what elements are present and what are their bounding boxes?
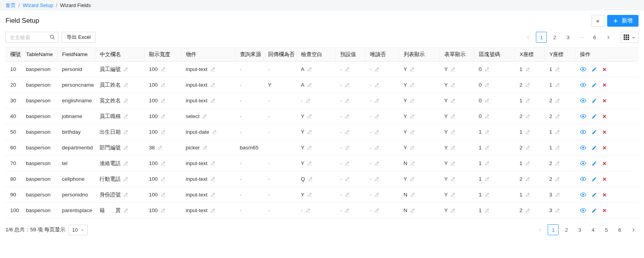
column-settings-button[interactable] (620, 32, 639, 43)
cell-edit-pencil-icon[interactable] (345, 176, 350, 182)
cell-edit-pencil-icon[interactable] (450, 161, 456, 166)
delete-icon[interactable] (602, 83, 607, 87)
delete-icon[interactable] (602, 208, 607, 213)
cell-edit-pencil-icon[interactable] (374, 208, 380, 213)
cell-edit-pencil-icon[interactable] (210, 98, 215, 103)
cell-edit-pencil-icon[interactable] (202, 114, 207, 119)
view-icon[interactable] (580, 66, 586, 73)
cell-edit-pencil-icon[interactable] (307, 161, 312, 166)
cell-edit-pencil-icon[interactable] (555, 176, 560, 182)
cell-edit-pencil-icon[interactable] (485, 161, 490, 166)
edit-icon[interactable] (592, 192, 597, 198)
delete-icon[interactable] (602, 145, 607, 150)
edit-icon[interactable] (592, 129, 597, 135)
view-icon[interactable] (580, 129, 586, 135)
cell-edit-pencil-icon[interactable] (410, 208, 415, 213)
cell-edit-pencil-icon[interactable] (307, 145, 312, 150)
cell-edit-pencil-icon[interactable] (374, 145, 380, 150)
cell-edit-pencil-icon[interactable] (345, 192, 350, 197)
page-button-6[interactable]: 6 (614, 224, 625, 235)
cell-edit-pencil-icon[interactable] (307, 192, 312, 197)
cell-edit-pencil-icon[interactable] (345, 82, 350, 87)
page-button-3[interactable]: 3 (563, 32, 573, 43)
edit-icon[interactable] (592, 67, 597, 72)
edit-icon[interactable] (592, 114, 597, 119)
edit-icon[interactable] (592, 98, 597, 104)
cell-edit-pencil-icon[interactable] (210, 82, 215, 87)
view-icon[interactable] (580, 113, 586, 120)
delete-icon[interactable] (602, 67, 607, 72)
edit-icon[interactable] (592, 82, 597, 88)
cell-edit-pencil-icon[interactable] (450, 67, 456, 72)
cell-edit-pencil-icon[interactable] (485, 67, 490, 72)
cell-edit-pencil-icon[interactable] (525, 129, 530, 134)
cell-edit-pencil-icon[interactable] (450, 82, 456, 87)
cell-edit-pencil-icon[interactable] (450, 114, 456, 119)
view-icon[interactable] (580, 97, 586, 104)
cell-edit-pencil-icon[interactable] (210, 176, 215, 182)
cell-edit-pencil-icon[interactable] (525, 208, 530, 213)
cell-edit-pencil-icon[interactable] (161, 161, 166, 166)
cell-edit-pencil-icon[interactable] (525, 114, 530, 119)
page-button-5[interactable]: 5 (601, 224, 612, 235)
cell-edit-pencil-icon[interactable] (525, 161, 530, 166)
cell-edit-pencil-icon[interactable] (345, 114, 350, 119)
delete-icon[interactable] (602, 177, 607, 182)
cell-edit-pencil-icon[interactable] (161, 114, 166, 119)
cell-edit-pencil-icon[interactable] (374, 98, 380, 103)
cell-edit-pencil-icon[interactable] (555, 192, 560, 197)
cell-edit-pencil-icon[interactable] (410, 161, 415, 166)
cell-edit-pencil-icon[interactable] (161, 98, 166, 103)
cell-edit-pencil-icon[interactable] (374, 82, 380, 87)
cell-edit-pencil-icon[interactable] (410, 114, 415, 119)
cell-edit-pencil-icon[interactable] (123, 161, 128, 166)
cell-edit-pencil-icon[interactable] (345, 208, 350, 213)
cell-edit-pencil-icon[interactable] (161, 129, 166, 134)
cell-edit-pencil-icon[interactable] (525, 67, 530, 72)
cell-edit-pencil-icon[interactable] (210, 67, 215, 72)
cell-edit-pencil-icon[interactable] (555, 98, 560, 103)
cell-edit-pencil-icon[interactable] (450, 208, 456, 213)
view-icon[interactable] (580, 176, 586, 182)
cell-edit-pencil-icon[interactable] (123, 98, 128, 103)
next-page-button[interactable] (628, 224, 639, 235)
cell-edit-pencil-icon[interactable] (157, 145, 163, 150)
cell-edit-pencil-icon[interactable] (410, 67, 415, 72)
cell-edit-pencil-icon[interactable] (345, 145, 350, 150)
cell-edit-pencil-icon[interactable] (212, 129, 217, 134)
cell-edit-pencil-icon[interactable] (410, 98, 415, 103)
prev-page-button[interactable] (523, 32, 534, 43)
cell-edit-pencil-icon[interactable] (450, 176, 456, 182)
cell-edit-pencil-icon[interactable] (345, 67, 350, 72)
cell-edit-pencil-icon[interactable] (374, 114, 380, 119)
cell-edit-pencil-icon[interactable] (410, 145, 415, 150)
cell-edit-pencil-icon[interactable] (525, 192, 530, 197)
view-icon[interactable] (580, 160, 586, 167)
page-button-6[interactable]: 6 (589, 32, 600, 43)
cell-edit-pencil-icon[interactable] (410, 192, 415, 197)
export-excel-button[interactable]: 导出 Excel (62, 32, 96, 43)
cell-edit-pencil-icon[interactable] (555, 114, 560, 119)
cell-edit-pencil-icon[interactable] (485, 129, 490, 134)
cell-edit-pencil-icon[interactable] (374, 161, 380, 166)
cell-edit-pencil-icon[interactable] (555, 67, 560, 72)
cell-edit-pencil-icon[interactable] (161, 67, 166, 72)
cell-edit-pencil-icon[interactable] (306, 208, 311, 213)
cell-edit-pencil-icon[interactable] (525, 176, 530, 182)
edit-icon[interactable] (592, 176, 597, 182)
page-button-2[interactable]: 2 (561, 224, 572, 235)
search-icon[interactable] (49, 34, 55, 40)
edit-icon[interactable] (592, 161, 597, 166)
cell-edit-pencil-icon[interactable] (161, 176, 166, 182)
cell-edit-pencil-icon[interactable] (308, 176, 313, 182)
cell-edit-pencil-icon[interactable] (374, 176, 380, 182)
cell-edit-pencil-icon[interactable] (307, 67, 312, 72)
collapse-button[interactable]: « (591, 15, 604, 27)
cell-edit-pencil-icon[interactable] (210, 192, 215, 197)
cell-edit-pencil-icon[interactable] (555, 145, 560, 150)
cell-edit-pencil-icon[interactable] (555, 208, 560, 213)
cell-edit-pencil-icon[interactable] (410, 176, 415, 182)
cell-edit-pencil-icon[interactable] (485, 176, 490, 182)
edit-icon[interactable] (592, 145, 597, 151)
cell-edit-pencil-icon[interactable] (374, 67, 380, 72)
